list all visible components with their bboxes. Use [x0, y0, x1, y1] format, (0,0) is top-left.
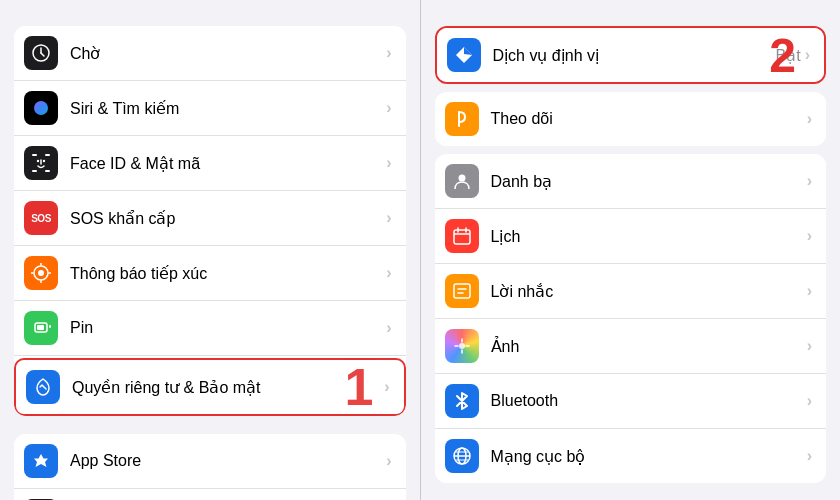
- loinhac-label: Lời nhắc: [491, 282, 807, 301]
- list-item-thongbao[interactable]: Thông báo tiếp xúc ›: [14, 246, 406, 301]
- svg-rect-19: [49, 325, 51, 328]
- list-item-anh[interactable]: Ảnh ›: [435, 319, 827, 374]
- right-group-1: Theo dõi ›: [435, 92, 827, 146]
- theodo-icon: [445, 102, 479, 136]
- list-item-theodo[interactable]: Theo dõi ›: [435, 92, 827, 146]
- faceid-label: Face ID & Mật mã: [70, 154, 386, 173]
- thongbao-icon: [24, 256, 58, 290]
- svg-rect-23: [454, 230, 470, 244]
- pin-chevron: ›: [386, 319, 391, 337]
- cho-chevron: ›: [386, 44, 391, 62]
- danhba-chevron: ›: [807, 172, 812, 190]
- list-item-pin[interactable]: Pin ›: [14, 301, 406, 356]
- bluetooth-icon: [445, 384, 479, 418]
- list-item-cho[interactable]: Chờ ›: [14, 26, 406, 81]
- dichvu-chevron: ›: [805, 46, 810, 64]
- mang-label: Mạng cục bộ: [491, 447, 807, 466]
- quyen-label: Quyền riêng tư & Bảo mật: [72, 378, 384, 397]
- dichvu-icon: [447, 38, 481, 72]
- siri-chevron: ›: [386, 99, 391, 117]
- svg-point-12: [38, 270, 44, 276]
- left-group-2: App Store › Ví & Apple Pay ›: [14, 434, 406, 500]
- thongbao-label: Thông báo tiếp xúc: [70, 264, 386, 283]
- anh-chevron: ›: [807, 337, 812, 355]
- cho-label: Chờ: [70, 44, 386, 63]
- appstore-icon: [24, 444, 58, 478]
- bluetooth-chevron: ›: [807, 392, 812, 410]
- pin-icon: [24, 311, 58, 345]
- lich-chevron: ›: [807, 227, 812, 245]
- loinhac-icon: [445, 274, 479, 308]
- svg-rect-7: [45, 170, 50, 172]
- sos-label: SOS khẩn cấp: [70, 209, 386, 228]
- cho-icon: [24, 36, 58, 70]
- loinhac-chevron: ›: [807, 282, 812, 300]
- svg-point-22: [458, 175, 465, 182]
- dichvu-label: Dịch vụ định vị: [493, 46, 776, 65]
- list-item-lich[interactable]: Lịch ›: [435, 209, 827, 264]
- sos-icon: SOS: [24, 201, 58, 235]
- svg-point-3: [34, 101, 48, 115]
- svg-rect-18: [37, 325, 44, 330]
- theodo-chevron: ›: [807, 110, 812, 128]
- quyen-chevron: ›: [384, 378, 389, 396]
- svg-rect-4: [32, 154, 37, 156]
- mang-chevron: ›: [807, 447, 812, 465]
- siri-label: Siri & Tìm kiếm: [70, 99, 386, 118]
- appstore-label: App Store: [70, 452, 386, 470]
- svg-point-9: [43, 160, 45, 162]
- siri-icon: [24, 91, 58, 125]
- list-item-dichvu[interactable]: Dịch vụ định vị Bật › 2: [437, 28, 825, 82]
- list-item-loinhac[interactable]: Lời nhắc ›: [435, 264, 827, 319]
- theodo-label: Theo dõi: [491, 110, 807, 128]
- list-item-faceid[interactable]: Face ID & Mật mã ›: [14, 136, 406, 191]
- svg-point-8: [37, 160, 39, 162]
- faceid-chevron: ›: [386, 154, 391, 172]
- svg-point-30: [459, 343, 465, 349]
- dichvu-highlighted-item[interactable]: Dịch vụ định vị Bật › 2: [435, 26, 827, 84]
- pin-label: Pin: [70, 319, 386, 337]
- list-item-vi[interactable]: Ví & Apple Pay ›: [14, 489, 406, 500]
- lich-icon: [445, 219, 479, 253]
- svg-rect-27: [454, 284, 470, 298]
- anh-label: Ảnh: [491, 337, 807, 356]
- list-item-sos[interactable]: SOS SOS khẩn cấp ›: [14, 191, 406, 246]
- left-settings-list: Chờ ›: [0, 0, 420, 500]
- list-item-danhba[interactable]: Danh bạ ›: [435, 154, 827, 209]
- appstore-chevron: ›: [386, 452, 391, 470]
- anh-icon: [445, 329, 479, 363]
- left-group-1: Chờ ›: [14, 26, 406, 416]
- danhba-icon: [445, 164, 479, 198]
- right-group-2: Danh bạ › Lịch ›: [435, 154, 827, 483]
- bluetooth-label: Bluetooth: [491, 392, 807, 410]
- list-item-appstore[interactable]: App Store ›: [14, 434, 406, 489]
- dichvu-value: Bật: [776, 46, 801, 65]
- left-panel: Chờ ›: [0, 0, 420, 500]
- svg-rect-5: [45, 154, 50, 156]
- right-settings-list: Dịch vụ định vị Bật › 2 Theo dõi ›: [421, 0, 841, 500]
- quyen-icon: [26, 370, 60, 404]
- list-item-siri[interactable]: Siri & Tìm kiếm ›: [14, 81, 406, 136]
- thongbao-chevron: ›: [386, 264, 391, 282]
- svg-line-2: [41, 53, 44, 56]
- svg-rect-6: [32, 170, 37, 172]
- list-item-quyen[interactable]: Quyền riêng tư & Bảo mật › 1: [14, 358, 406, 416]
- lich-label: Lịch: [491, 227, 807, 246]
- danhba-label: Danh bạ: [491, 172, 807, 191]
- mang-icon: [445, 439, 479, 473]
- sos-chevron: ›: [386, 209, 391, 227]
- list-item-mang[interactable]: Mạng cục bộ ›: [435, 429, 827, 483]
- right-panel: Dịch vụ định vị Bật › 2 Theo dõi ›: [421, 0, 841, 500]
- list-item-bluetooth[interactable]: Bluetooth ›: [435, 374, 827, 429]
- faceid-icon: [24, 146, 58, 180]
